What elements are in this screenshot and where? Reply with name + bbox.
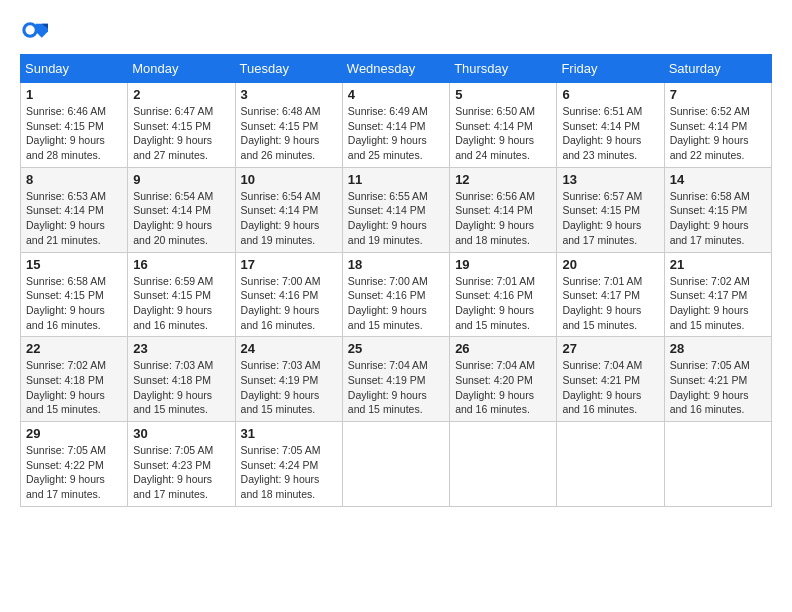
day-number: 5: [455, 87, 551, 102]
calendar-cell: 31 Sunrise: 7:05 AMSunset: 4:24 PMDaylig…: [235, 422, 342, 507]
cell-info: Sunrise: 7:01 AMSunset: 4:17 PMDaylight:…: [562, 275, 642, 331]
day-number: 31: [241, 426, 337, 441]
calendar-cell: 6 Sunrise: 6:51 AMSunset: 4:14 PMDayligh…: [557, 83, 664, 168]
day-header-sunday: Sunday: [21, 55, 128, 83]
cell-info: Sunrise: 7:04 AMSunset: 4:19 PMDaylight:…: [348, 359, 428, 415]
calendar-cell: 5 Sunrise: 6:50 AMSunset: 4:14 PMDayligh…: [450, 83, 557, 168]
calendar-cell: 1 Sunrise: 6:46 AMSunset: 4:15 PMDayligh…: [21, 83, 128, 168]
calendar-cell: 29 Sunrise: 7:05 AMSunset: 4:22 PMDaylig…: [21, 422, 128, 507]
day-number: 9: [133, 172, 229, 187]
cell-info: Sunrise: 7:04 AMSunset: 4:21 PMDaylight:…: [562, 359, 642, 415]
calendar-cell: 30 Sunrise: 7:05 AMSunset: 4:23 PMDaylig…: [128, 422, 235, 507]
day-number: 29: [26, 426, 122, 441]
calendar-cell: 18 Sunrise: 7:00 AMSunset: 4:16 PMDaylig…: [342, 252, 449, 337]
day-number: 2: [133, 87, 229, 102]
logo-icon: [20, 16, 48, 44]
cell-info: Sunrise: 6:52 AMSunset: 4:14 PMDaylight:…: [670, 105, 750, 161]
calendar-cell: 20 Sunrise: 7:01 AMSunset: 4:17 PMDaylig…: [557, 252, 664, 337]
day-number: 20: [562, 257, 658, 272]
calendar-cell: 26 Sunrise: 7:04 AMSunset: 4:20 PMDaylig…: [450, 337, 557, 422]
day-number: 7: [670, 87, 766, 102]
calendar-cell: 4 Sunrise: 6:49 AMSunset: 4:14 PMDayligh…: [342, 83, 449, 168]
cell-info: Sunrise: 6:46 AMSunset: 4:15 PMDaylight:…: [26, 105, 106, 161]
calendar-cell: 16 Sunrise: 6:59 AMSunset: 4:15 PMDaylig…: [128, 252, 235, 337]
day-header-wednesday: Wednesday: [342, 55, 449, 83]
calendar-cell: 12 Sunrise: 6:56 AMSunset: 4:14 PMDaylig…: [450, 167, 557, 252]
calendar-cell: 3 Sunrise: 6:48 AMSunset: 4:15 PMDayligh…: [235, 83, 342, 168]
cell-info: Sunrise: 7:05 AMSunset: 4:23 PMDaylight:…: [133, 444, 213, 500]
calendar-cell: 14 Sunrise: 6:58 AMSunset: 4:15 PMDaylig…: [664, 167, 771, 252]
day-header-saturday: Saturday: [664, 55, 771, 83]
svg-point-1: [25, 25, 34, 34]
calendar-cell: [450, 422, 557, 507]
day-number: 12: [455, 172, 551, 187]
cell-info: Sunrise: 6:57 AMSunset: 4:15 PMDaylight:…: [562, 190, 642, 246]
calendar-cell: 27 Sunrise: 7:04 AMSunset: 4:21 PMDaylig…: [557, 337, 664, 422]
day-number: 21: [670, 257, 766, 272]
calendar-cell: 25 Sunrise: 7:04 AMSunset: 4:19 PMDaylig…: [342, 337, 449, 422]
calendar-cell: 28 Sunrise: 7:05 AMSunset: 4:21 PMDaylig…: [664, 337, 771, 422]
cell-info: Sunrise: 7:01 AMSunset: 4:16 PMDaylight:…: [455, 275, 535, 331]
day-number: 23: [133, 341, 229, 356]
cell-info: Sunrise: 7:03 AMSunset: 4:19 PMDaylight:…: [241, 359, 321, 415]
day-header-thursday: Thursday: [450, 55, 557, 83]
calendar-week-5: 29 Sunrise: 7:05 AMSunset: 4:22 PMDaylig…: [21, 422, 772, 507]
calendar-cell: 10 Sunrise: 6:54 AMSunset: 4:14 PMDaylig…: [235, 167, 342, 252]
calendar-week-1: 1 Sunrise: 6:46 AMSunset: 4:15 PMDayligh…: [21, 83, 772, 168]
cell-info: Sunrise: 6:47 AMSunset: 4:15 PMDaylight:…: [133, 105, 213, 161]
calendar-cell: 13 Sunrise: 6:57 AMSunset: 4:15 PMDaylig…: [557, 167, 664, 252]
calendar-cell: 8 Sunrise: 6:53 AMSunset: 4:14 PMDayligh…: [21, 167, 128, 252]
calendar-week-3: 15 Sunrise: 6:58 AMSunset: 4:15 PMDaylig…: [21, 252, 772, 337]
calendar-table: SundayMondayTuesdayWednesdayThursdayFrid…: [20, 54, 772, 507]
cell-info: Sunrise: 7:00 AMSunset: 4:16 PMDaylight:…: [241, 275, 321, 331]
day-number: 22: [26, 341, 122, 356]
cell-info: Sunrise: 7:05 AMSunset: 4:21 PMDaylight:…: [670, 359, 750, 415]
cell-info: Sunrise: 6:54 AMSunset: 4:14 PMDaylight:…: [133, 190, 213, 246]
calendar-cell: [342, 422, 449, 507]
day-number: 30: [133, 426, 229, 441]
cell-info: Sunrise: 6:50 AMSunset: 4:14 PMDaylight:…: [455, 105, 535, 161]
cell-info: Sunrise: 7:05 AMSunset: 4:22 PMDaylight:…: [26, 444, 106, 500]
day-number: 8: [26, 172, 122, 187]
day-number: 18: [348, 257, 444, 272]
day-number: 3: [241, 87, 337, 102]
day-header-monday: Monday: [128, 55, 235, 83]
calendar-cell: 2 Sunrise: 6:47 AMSunset: 4:15 PMDayligh…: [128, 83, 235, 168]
calendar-cell: [557, 422, 664, 507]
calendar-cell: 24 Sunrise: 7:03 AMSunset: 4:19 PMDaylig…: [235, 337, 342, 422]
day-number: 14: [670, 172, 766, 187]
day-number: 28: [670, 341, 766, 356]
calendar-cell: [664, 422, 771, 507]
day-number: 13: [562, 172, 658, 187]
calendar-cell: 17 Sunrise: 7:00 AMSunset: 4:16 PMDaylig…: [235, 252, 342, 337]
calendar-week-4: 22 Sunrise: 7:02 AMSunset: 4:18 PMDaylig…: [21, 337, 772, 422]
day-number: 6: [562, 87, 658, 102]
day-number: 27: [562, 341, 658, 356]
calendar-cell: 21 Sunrise: 7:02 AMSunset: 4:17 PMDaylig…: [664, 252, 771, 337]
cell-info: Sunrise: 7:00 AMSunset: 4:16 PMDaylight:…: [348, 275, 428, 331]
cell-info: Sunrise: 6:56 AMSunset: 4:14 PMDaylight:…: [455, 190, 535, 246]
day-number: 17: [241, 257, 337, 272]
day-number: 16: [133, 257, 229, 272]
day-number: 15: [26, 257, 122, 272]
calendar-cell: 9 Sunrise: 6:54 AMSunset: 4:14 PMDayligh…: [128, 167, 235, 252]
day-number: 10: [241, 172, 337, 187]
cell-info: Sunrise: 6:48 AMSunset: 4:15 PMDaylight:…: [241, 105, 321, 161]
cell-info: Sunrise: 6:49 AMSunset: 4:14 PMDaylight:…: [348, 105, 428, 161]
page-header: [20, 16, 772, 44]
day-number: 11: [348, 172, 444, 187]
cell-info: Sunrise: 6:53 AMSunset: 4:14 PMDaylight:…: [26, 190, 106, 246]
cell-info: Sunrise: 6:59 AMSunset: 4:15 PMDaylight:…: [133, 275, 213, 331]
cell-info: Sunrise: 7:05 AMSunset: 4:24 PMDaylight:…: [241, 444, 321, 500]
cell-info: Sunrise: 7:03 AMSunset: 4:18 PMDaylight:…: [133, 359, 213, 415]
day-number: 25: [348, 341, 444, 356]
day-number: 19: [455, 257, 551, 272]
calendar-week-2: 8 Sunrise: 6:53 AMSunset: 4:14 PMDayligh…: [21, 167, 772, 252]
calendar-cell: 19 Sunrise: 7:01 AMSunset: 4:16 PMDaylig…: [450, 252, 557, 337]
cell-info: Sunrise: 7:02 AMSunset: 4:18 PMDaylight:…: [26, 359, 106, 415]
cell-info: Sunrise: 6:54 AMSunset: 4:14 PMDaylight:…: [241, 190, 321, 246]
cell-info: Sunrise: 6:55 AMSunset: 4:14 PMDaylight:…: [348, 190, 428, 246]
day-number: 24: [241, 341, 337, 356]
cell-info: Sunrise: 6:58 AMSunset: 4:15 PMDaylight:…: [670, 190, 750, 246]
cell-info: Sunrise: 7:04 AMSunset: 4:20 PMDaylight:…: [455, 359, 535, 415]
